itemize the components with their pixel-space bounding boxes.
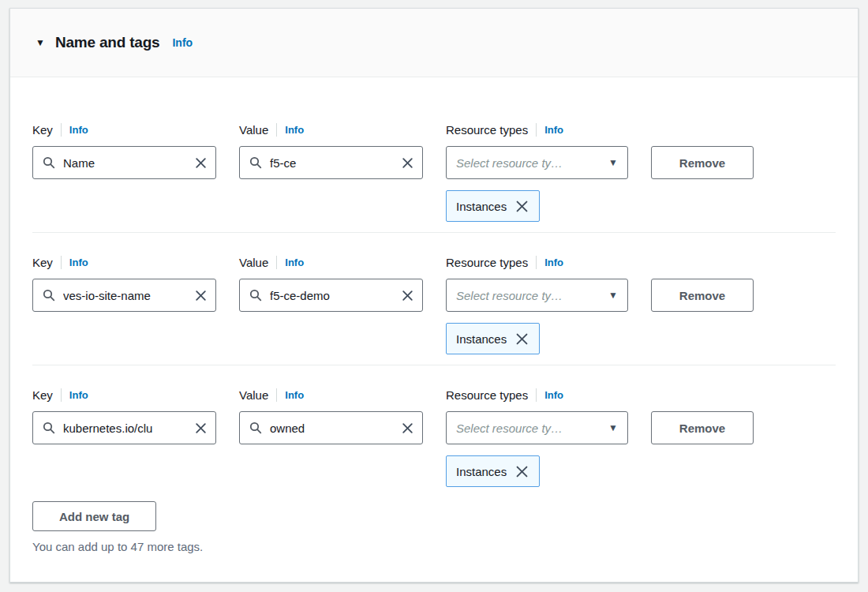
value-field: Value Info — [239, 122, 423, 179]
collapse-caret-icon[interactable]: ▼ — [36, 38, 45, 47]
key-label: Key — [32, 123, 53, 137]
token-label: Instances — [456, 200, 507, 213]
token-dismiss-button[interactable] — [514, 199, 529, 214]
panel-info-link[interactable]: Info — [172, 36, 193, 49]
value-label: Value — [239, 388, 268, 402]
key-label: Key — [32, 256, 53, 269]
key-label: Key — [32, 388, 53, 402]
value-info-link[interactable]: Info — [285, 124, 304, 136]
key-field: Key Info — [32, 388, 216, 444]
resource-types-label: Resource types — [446, 388, 528, 402]
remove-column: Remove — [651, 388, 754, 444]
select-placeholder: Select resource ty… — [456, 289, 563, 302]
value-field: Value Info — [239, 388, 423, 444]
key-info-link[interactable]: Info — [69, 389, 88, 401]
value-label: Value — [239, 256, 268, 269]
value-input[interactable] — [270, 289, 393, 302]
select-placeholder: Select resource ty… — [456, 156, 563, 170]
select-placeholder: Select resource ty… — [456, 422, 563, 435]
value-info-link[interactable]: Info — [285, 257, 304, 268]
label-divider — [276, 256, 277, 269]
clear-key-button[interactable] — [194, 156, 208, 170]
key-input-box — [32, 411, 216, 444]
label-divider — [61, 388, 62, 402]
remove-column: Remove — [651, 122, 754, 179]
value-label: Value — [239, 123, 268, 137]
panel-title: Name and tags — [55, 34, 160, 51]
key-input-box — [32, 146, 216, 179]
clear-value-button[interactable] — [401, 289, 414, 302]
resource-token: Instances — [446, 190, 540, 222]
panel-header-toggle[interactable]: ▼ Name and tags Info — [10, 9, 858, 77]
remove-button[interactable]: Remove — [651, 411, 754, 444]
value-info-link[interactable]: Info — [285, 389, 304, 401]
add-new-tag-button[interactable]: Add new tag — [32, 501, 156, 531]
key-info-link[interactable]: Info — [69, 257, 88, 268]
clear-key-button[interactable] — [194, 289, 208, 302]
chevron-down-icon: ▼ — [608, 290, 618, 301]
label-divider — [536, 388, 537, 402]
token-label: Instances — [456, 465, 507, 478]
search-icon — [43, 422, 55, 434]
token-dismiss-button[interactable] — [514, 332, 529, 347]
chevron-down-icon: ▼ — [608, 422, 618, 433]
tag-row: Key Info Value Info — [32, 255, 836, 354]
resource-types-label: Resource types — [446, 256, 528, 269]
resource-type-select[interactable]: Select resource ty… ▼ — [446, 279, 628, 312]
key-field: Key Info — [32, 255, 216, 312]
value-input-box — [239, 411, 423, 444]
resource-types-info-link[interactable]: Info — [544, 389, 563, 401]
key-input-box — [32, 279, 216, 312]
row-divider — [32, 232, 836, 233]
search-icon — [249, 156, 262, 169]
label-divider — [536, 123, 537, 137]
key-info-link[interactable]: Info — [69, 124, 88, 136]
remove-button[interactable]: Remove — [651, 146, 754, 179]
token-dismiss-button[interactable] — [514, 464, 529, 479]
remove-button[interactable]: Remove — [651, 279, 754, 312]
panel-body: Key Info Value Info — [10, 77, 858, 553]
key-input[interactable] — [63, 156, 186, 170]
key-input[interactable] — [63, 422, 186, 435]
token-label: Instances — [456, 332, 507, 346]
label-divider — [61, 256, 62, 269]
resource-token: Instances — [446, 323, 540, 354]
resource-types-info-link[interactable]: Info — [544, 257, 563, 268]
remove-column: Remove — [651, 255, 754, 312]
value-input-box — [239, 146, 423, 179]
key-field: Key Info — [32, 122, 216, 179]
search-icon — [249, 289, 262, 302]
row-divider — [32, 365, 836, 365]
value-input[interactable] — [270, 422, 393, 435]
clear-value-button[interactable] — [401, 156, 414, 170]
resource-types-info-link[interactable]: Info — [544, 124, 563, 136]
label-divider — [276, 388, 277, 402]
resource-types-label: Resource types — [446, 123, 528, 137]
name-and-tags-panel: ▼ Name and tags Info Key Info Valu — [9, 8, 859, 583]
tag-row: Key Info Value Info — [32, 388, 836, 487]
search-icon — [43, 289, 55, 302]
resource-type-select[interactable]: Select resource ty… ▼ — [446, 411, 628, 444]
resource-types-field: Resource types Info Select resource ty… … — [446, 388, 628, 487]
value-input-box — [239, 279, 423, 312]
clear-key-button[interactable] — [194, 422, 208, 435]
resource-type-select[interactable]: Select resource ty… ▼ — [446, 146, 628, 179]
label-divider — [61, 123, 62, 137]
label-divider — [276, 123, 277, 137]
key-input[interactable] — [63, 289, 186, 302]
resource-types-field: Resource types Info Select resource ty… … — [446, 122, 628, 222]
value-field: Value Info — [239, 255, 423, 312]
tags-remaining-text: You can add up to 47 more tags. — [32, 540, 836, 553]
resource-token: Instances — [446, 455, 540, 487]
value-input[interactable] — [270, 156, 393, 170]
tag-row: Key Info Value Info — [32, 122, 836, 222]
label-divider — [536, 256, 537, 269]
clear-value-button[interactable] — [401, 422, 414, 435]
resource-types-field: Resource types Info Select resource ty… … — [446, 255, 628, 354]
chevron-down-icon: ▼ — [608, 157, 618, 168]
search-icon — [43, 156, 55, 169]
search-icon — [249, 422, 262, 434]
